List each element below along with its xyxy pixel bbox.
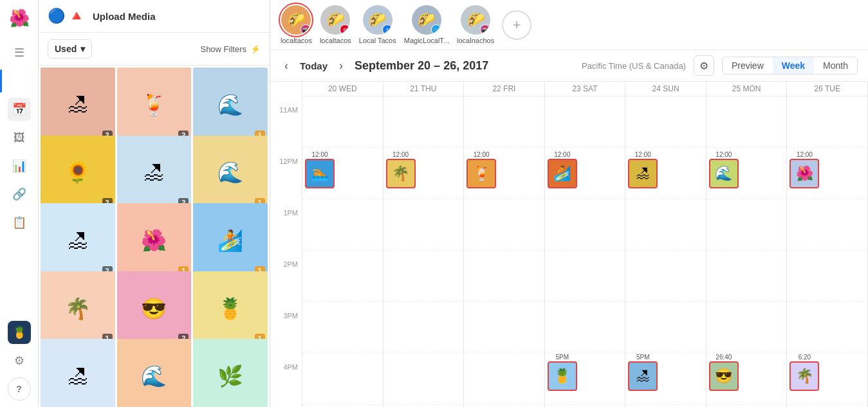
social-badge-twitter: 🐦 [431, 24, 441, 35]
calendar-grid: 11AM12PM1PM2PM3PM4PM5PM6PM7PM8PM 20 WED1… [270, 82, 868, 407]
media-thumbnail[interactable]: 🏖 2 [117, 136, 192, 210]
day-header: 24 SUN [625, 82, 706, 96]
account-localtacos-insta[interactable]: 🌮 📸 localtacos [281, 5, 312, 44]
calendar-event[interactable]: 5PM🏖 [628, 354, 658, 391]
today-label: Today [300, 60, 328, 71]
event-image: 🌺 [790, 159, 819, 188]
event-time: 12:00 [474, 151, 490, 158]
sidebar-item-analytics[interactable]: 📊 [8, 154, 31, 177]
media-thumbnail[interactable]: 🏖 2 [41, 203, 115, 278]
calendar-event[interactable]: 12:00🌴 [386, 151, 416, 188]
event-image: 🌴 [386, 159, 416, 188]
today-button[interactable]: Today [300, 60, 328, 71]
hamburger-icon[interactable]: ☰ [8, 41, 31, 64]
event-image: 🏖 [628, 361, 658, 391]
day-column-tue: 26 TUE12:00🌺6:20🌴 [787, 82, 868, 407]
media-thumbnail[interactable]: 🏄 1 [193, 203, 268, 278]
media-thumbnail[interactable]: 🌊 1 [193, 68, 268, 142]
media-thumbnail[interactable]: 🌊 [117, 339, 192, 407]
hour-line [545, 96, 625, 148]
hour-line [464, 96, 544, 148]
account-localnachos-insta[interactable]: 🌮 📸 localnachos [457, 5, 494, 44]
media-thumbnail[interactable]: 🏖 2 [41, 68, 115, 142]
media-thumbnail[interactable]: 🌺 1 [117, 203, 192, 278]
hour-line [545, 251, 625, 302]
week-view-button[interactable]: Week [773, 57, 814, 74]
event-image: 🍹 [466, 159, 496, 188]
calendar-event[interactable]: 26:40😎 [709, 354, 739, 391]
active-indicator [0, 69, 2, 93]
hour-line [383, 302, 464, 354]
sidebar-bottom: 🍍 ⚙ ? [8, 321, 31, 401]
calendar-event[interactable]: 12:00🍹 [466, 151, 496, 188]
accounts-row: 🌮 📸 localtacos 🌮 P localtacos 🌮 f Local … [270, 0, 868, 50]
calendar-event[interactable]: 5PM🍍 [548, 354, 577, 391]
sidebar-item-help[interactable]: ? [8, 377, 31, 401]
time-slot: 4PM [270, 362, 302, 407]
sidebar-item-current-app[interactable]: 🍍 [8, 321, 31, 344]
media-thumbnail[interactable]: 🍍 1 [193, 271, 268, 346]
gdrive-icon: 🔺 [68, 8, 85, 24]
sidebar-item-media[interactable]: 🖼 [8, 126, 31, 149]
account-avatar: 🌮 P [320, 5, 350, 35]
sidebar-item-calendar[interactable]: 📅 [8, 98, 31, 121]
calendar-event[interactable]: 12:00🏖 [628, 151, 658, 188]
media-thumbnail[interactable]: 🍹 2 [117, 68, 192, 142]
hour-line [383, 354, 464, 405]
calendar-event[interactable]: 12:00🌺 [790, 151, 819, 188]
account-localtacos-pint[interactable]: 🌮 P localtacos [320, 5, 351, 44]
hour-line [545, 199, 625, 251]
calendar-settings-button[interactable]: ⚙ [694, 55, 714, 76]
time-column: 11AM12PM1PM2PM3PM4PM5PM6PM7PM8PM [270, 82, 302, 407]
day-column-sat: 23 SAT12:00🏄5PM🍍6:20🏖 [545, 82, 626, 407]
hour-line [787, 251, 867, 302]
preview-view-button[interactable]: Preview [723, 57, 773, 74]
hour-line [787, 302, 867, 354]
sidebar-item-campaigns[interactable]: 🔗 [8, 183, 31, 206]
filter-dropdown[interactable]: Used ▾ [48, 39, 92, 59]
media-panel: 🔵 🔺 Upload Media Used ▾ Show Filters ⚡ 🏖… [39, 0, 270, 407]
app-logo: 🌺 [8, 6, 31, 30]
calendar-event[interactable]: 12:00🏄 [548, 151, 577, 188]
event-image: 🏊 [305, 159, 335, 188]
calendar-event[interactable]: 12:00🏊 [305, 151, 335, 188]
account-magiclocal-tw[interactable]: 🌮 🐦 MagicLocalT... [404, 5, 449, 44]
hour-line [302, 251, 383, 302]
day-col-body: 12:00🍹5:55🌊 [464, 96, 544, 407]
hour-line [625, 302, 706, 354]
media-thumbnail[interactable]: 🌊 1 [193, 136, 268, 210]
month-view-button[interactable]: Month [814, 57, 857, 74]
event-time: 12:00 [797, 151, 813, 158]
calendar-header: ‹ Today › September 20 – 26, 2017 Pacifi… [270, 50, 868, 82]
media-thumbnail[interactable]: 🌴 1 [41, 271, 115, 346]
time-slot: 3PM [270, 311, 302, 362]
account-avatar: 🌮 📸 [281, 5, 311, 35]
show-filters-button[interactable]: Show Filters ⚡ [200, 44, 261, 54]
calendar-event[interactable]: 6:20🌴 [790, 354, 819, 391]
next-week-button[interactable]: › [335, 58, 347, 74]
event-image: 🌴 [790, 361, 819, 391]
hour-line [706, 251, 787, 302]
account-local-tacos-fb[interactable]: 🌮 f Local Tacos [359, 5, 396, 44]
media-grid: 🏖 2 🍹 2 🌊 1 🌻 2 🏖 2 🌊 1 🏖 2 🌺 [39, 66, 270, 407]
event-image: 🏖 [628, 159, 658, 188]
prev-week-button[interactable]: ‹ [281, 58, 292, 74]
upload-media-label: Upload Media [93, 11, 156, 22]
add-account-button[interactable]: + [502, 10, 531, 40]
day-column-fri: 22 FRI12:00🍹5:55🌊 [464, 82, 545, 407]
sidebar-item-reports[interactable]: 📋 [8, 211, 31, 234]
media-thumbnail[interactable]: 🌿 [193, 339, 268, 407]
day-header: 20 WED [302, 82, 383, 96]
day-header: 26 TUE [787, 82, 867, 96]
day-header: 21 THU [383, 82, 464, 96]
dropbox-icon: 🔵 [48, 8, 65, 24]
filter-label: Used [55, 44, 77, 54]
upload-media-button[interactable]: Upload Media [93, 11, 156, 22]
calendar-event[interactable]: 12:00🌊 [709, 151, 739, 188]
day-col-body: 12:00🏄5PM🍍6:20🏖 [545, 96, 625, 407]
media-thumbnail[interactable]: 🏖 [41, 339, 115, 407]
media-thumbnail[interactable]: 🌻 2 [41, 136, 115, 210]
media-thumbnail[interactable]: 😎 2 [117, 271, 192, 346]
event-time: 12:00 [311, 151, 328, 158]
sidebar-item-settings[interactable]: ⚙ [8, 349, 31, 372]
